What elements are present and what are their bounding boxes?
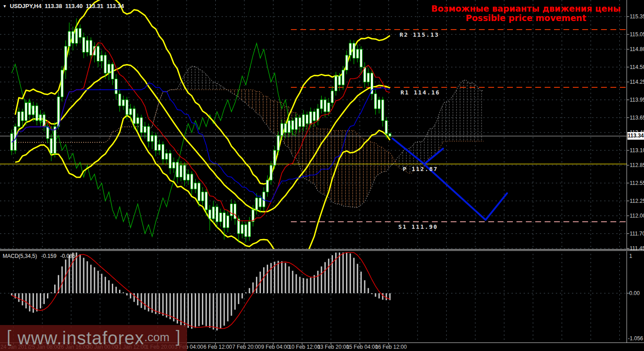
current-price-tag: 113.34	[627, 132, 644, 140]
symbol-period: USDJPY,H4	[10, 3, 42, 9]
price-tick-label: 112.55	[630, 180, 644, 186]
price-tick-label: 112.00	[630, 213, 644, 219]
macd-value: -0.159	[41, 253, 56, 259]
price-tick-label: 113.65	[630, 115, 644, 121]
macd-axis-zero-label: 0.00	[629, 290, 640, 296]
pivot-label-R2: R2 115.13	[400, 31, 439, 38]
price-tick-label: 112.25	[630, 198, 644, 204]
pivot-label-P: P 112.87	[403, 166, 438, 172]
price-tick-label: 115.05	[630, 31, 644, 38]
chart-window: ▼USDJPY,H4113.38113.40113.31113.34 Возмо…	[0, 0, 644, 351]
senkou-a-line	[12, 66, 484, 208]
macd-signal-line	[12, 253, 390, 329]
macd-axis-top-label: 1	[629, 253, 632, 259]
date-label: 16 Feb 12:00	[374, 344, 409, 350]
price-tick-label: 111.70	[630, 231, 644, 237]
main-chart-layer	[0, 0, 627, 266]
macd-panel-layer	[12, 253, 390, 330]
time-axis[interactable]: 24 Jan 201725 Jan 08:0026 Jan 16:0030 Ja…	[0, 343, 644, 351]
macd-axis-min-label: -1.056	[628, 335, 643, 342]
pivot-label-S1: S1 111.90	[398, 223, 438, 230]
price-tick-label: 113.10	[630, 147, 644, 154]
ohlc-close: 113.34	[107, 3, 124, 9]
panel-separator-shadow	[0, 251, 644, 251]
ohlc-open: 113.38	[45, 3, 62, 9]
ohlc-high: 113.40	[65, 3, 83, 9]
macd-signal-value: -0.085	[60, 253, 75, 259]
price-tick-label: 115.35	[630, 13, 644, 20]
annotation-text: Возможные варианты движения цены Possibl…	[431, 4, 621, 23]
chart-canvas[interactable]	[0, 0, 644, 351]
price-axis-border	[627, 0, 627, 342]
projection-line	[425, 165, 507, 220]
price-tick-label: 114.80	[630, 46, 644, 52]
annotation-line-en: Possible price movement	[431, 13, 621, 23]
ichimoku-cloud	[228, 90, 397, 207]
price-tick-label: 112.85	[630, 162, 644, 168]
price-tick-label: 114.50	[630, 64, 644, 70]
symbol-dropdown-arrow-icon[interactable]: ▼	[3, 4, 7, 9]
title-bar: ▼USDJPY,H4113.38113.40113.31113.34	[3, 3, 124, 9]
price-tick-label: 114.25	[630, 79, 644, 85]
time-axis-border	[0, 342, 644, 343]
pivot-label-R1: R1 114.16	[401, 89, 440, 96]
price-tick-label: 113.95	[630, 97, 644, 103]
annotation-line-ru: Возможные варианты движения цены	[431, 4, 621, 13]
macd-label: MACD(5,34,5) -0.159 -0.085	[3, 253, 75, 259]
price-tick-label: 111.45	[630, 245, 644, 252]
ohlc-low: 113.31	[86, 3, 103, 9]
macd-name: MACD(5,34,5)	[3, 253, 37, 259]
